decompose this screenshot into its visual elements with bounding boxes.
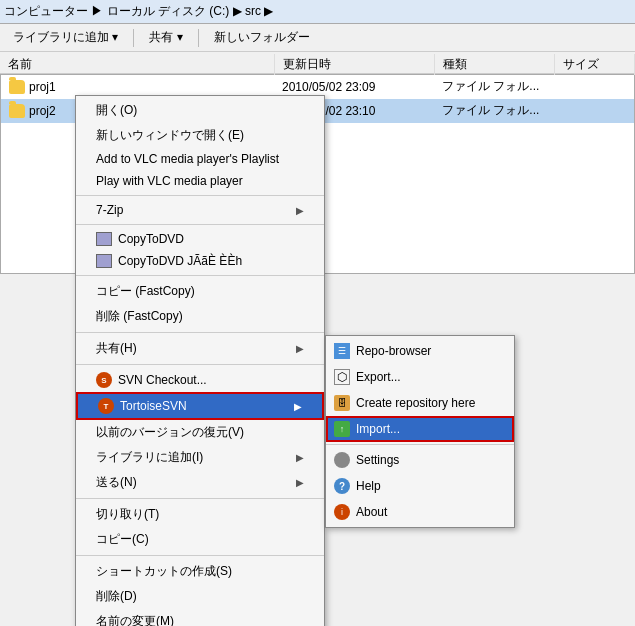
cm-vlc-playlist[interactable]: Add to VLC media player's Playlist [76,148,324,170]
folder-icon [9,104,25,118]
cm-share-label: 共有(H) [96,340,137,357]
cm-sep-7 [76,555,324,556]
svn-checkout-icon: S [96,372,112,388]
cm-send-arrow: ▶ [296,477,304,488]
cm-7zip-label: 7-Zip [96,203,123,217]
file-modified: 2010/05/02 23:09 [274,80,434,94]
sm-help-label: Help [356,479,381,493]
cm-vlc-playlist-label: Add to VLC media player's Playlist [96,152,279,166]
import-icon: ↑ [334,421,350,437]
folder-icon [9,80,25,94]
sm-export-label: Export... [356,370,401,384]
cm-tortoisesvn-arrow: ▶ [294,401,302,412]
cm-share-arrow: ▶ [296,343,304,354]
tortoisesvn-icon: T [98,398,114,414]
toolbar-separator [133,29,134,47]
repo-browser-icon: ☰ [334,343,350,359]
column-headers: 名前 更新日時 種類 サイズ [0,52,635,74]
sm-create-repo[interactable]: 🗄 Create repository here [326,390,514,416]
cm-open-new-window[interactable]: 新しいウィンドウで開く(E) [76,123,324,148]
cm-copytodvd2[interactable]: CopyToDVD JÃãÈ ÈÈh [76,250,324,272]
cm-share[interactable]: 共有(H) ▶ [76,336,324,361]
sm-settings[interactable]: Settings [326,447,514,473]
sm-sep-1 [326,444,514,445]
sm-repo-browser-label: Repo-browser [356,344,431,358]
cm-sep-5 [76,364,324,365]
cm-7zip[interactable]: 7-Zip ▶ [76,199,324,221]
address-path: コンピューター ▶ ローカル ディスク (C:) ▶ src ▶ [4,3,273,20]
cm-add-library[interactable]: ライブラリに追加(I) ▶ [76,445,324,470]
cm-open[interactable]: 開く(O) [76,98,324,123]
sm-about-label: About [356,505,387,519]
cm-open-label: 開く(O) [96,102,137,119]
submenu: ☰ Repo-browser ⬡ Export... 🗄 Create repo… [325,335,515,528]
cm-svn-checkout-label: SVN Checkout... [118,373,207,387]
cm-copytodvd2-label: CopyToDVD JÃãÈ ÈÈh [118,254,242,268]
cm-tortoisesvn[interactable]: T TortoiseSVN ▶ [76,392,324,420]
cm-fastcopy-delete-label: 削除 (FastCopy) [96,308,183,325]
cm-sep-1 [76,195,324,196]
cm-sep-3 [76,275,324,276]
cm-create-shortcut-label: ショートカットの作成(S) [96,563,232,580]
sm-import-label: Import... [356,422,400,436]
cm-add-library-arrow: ▶ [296,452,304,463]
help-icon: ? [334,478,350,494]
cm-copy[interactable]: コピー(C) [76,527,324,552]
cm-arrow-icon: ▶ [296,205,304,216]
cm-open-new-window-label: 新しいウィンドウで開く(E) [96,127,244,144]
cm-copytodvd-label: CopyToDVD [118,232,184,246]
cm-fastcopy-delete[interactable]: 削除 (FastCopy) [76,304,324,329]
cm-vlc-play-label: Play with VLC media player [96,174,243,188]
file-name-cell: proj1 [1,80,274,94]
col-name[interactable]: 名前 [0,54,275,75]
sm-create-repo-label: Create repository here [356,396,475,410]
file-type: ファイル フォル... [434,78,554,95]
col-modified[interactable]: 更新日時 [275,54,435,75]
toolbar: ライブラリに追加 ▾ 共有 ▾ 新しいフォルダー [0,24,635,52]
toolbar-separator-2 [198,29,199,47]
cm-cut-label: 切り取り(T) [96,506,159,523]
cm-send-label: 送る(N) [96,474,137,491]
cm-tortoisesvn-label: TortoiseSVN [120,399,187,413]
cm-restore-version[interactable]: 以前のバージョンの復元(V) [76,420,324,445]
sm-help[interactable]: ? Help [326,473,514,499]
sm-about[interactable]: i About [326,499,514,525]
sm-import[interactable]: ↑ Import... [326,416,514,442]
cm-copy-label: コピー(C) [96,531,149,548]
cm-fastcopy-copy-label: コピー (FastCopy) [96,283,195,300]
share-button[interactable]: 共有 ▾ [142,26,189,49]
cm-delete[interactable]: 削除(D) [76,584,324,609]
file-name: proj2 [29,104,56,118]
export-icon: ⬡ [334,369,350,385]
copydvd-icon [96,232,112,246]
cm-copytodvd[interactable]: CopyToDVD [76,228,324,250]
settings-icon [334,452,350,468]
file-name: proj1 [29,80,56,94]
copydvd2-icon [96,254,112,268]
cm-sep-4 [76,332,324,333]
cm-rename[interactable]: 名前の変更(M) [76,609,324,626]
sm-settings-label: Settings [356,453,399,467]
sm-export[interactable]: ⬡ Export... [326,364,514,390]
col-size[interactable]: サイズ [555,54,635,75]
cm-delete-label: 削除(D) [96,588,137,605]
address-bar: コンピューター ▶ ローカル ディスク (C:) ▶ src ▶ [0,0,635,24]
sm-repo-browser[interactable]: ☰ Repo-browser [326,338,514,364]
cm-rename-label: 名前の変更(M) [96,613,174,626]
cm-restore-version-label: 以前のバージョンの復元(V) [96,424,244,441]
cm-fastcopy-copy[interactable]: コピー (FastCopy) [76,279,324,304]
add-to-library-button[interactable]: ライブラリに追加 ▾ [6,26,125,49]
new-folder-button[interactable]: 新しいフォルダー [207,26,317,49]
cm-send[interactable]: 送る(N) ▶ [76,470,324,495]
context-menu: 開く(O) 新しいウィンドウで開く(E) Add to VLC media pl… [75,95,325,626]
cm-svn-checkout[interactable]: S SVN Checkout... [76,368,324,392]
cm-sep-2 [76,224,324,225]
about-icon: i [334,504,350,520]
col-type[interactable]: 種類 [435,54,555,75]
file-type: ファイル フォル... [434,102,554,119]
create-repo-icon: 🗄 [334,395,350,411]
cm-vlc-play[interactable]: Play with VLC media player [76,170,324,192]
cm-sep-6 [76,498,324,499]
cm-create-shortcut[interactable]: ショートカットの作成(S) [76,559,324,584]
cm-cut[interactable]: 切り取り(T) [76,502,324,527]
